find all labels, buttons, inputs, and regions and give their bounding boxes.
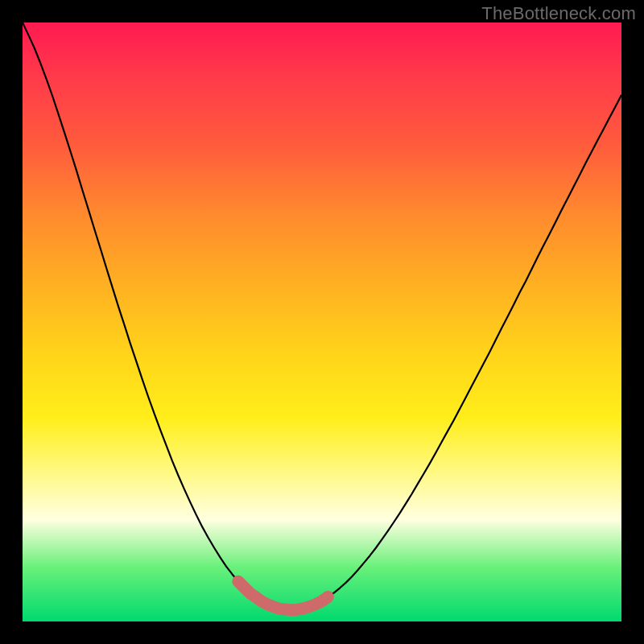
plot-area (23, 23, 621, 621)
notch-marker (238, 581, 328, 610)
watermark-label: TheBottleneck.com (481, 3, 636, 24)
chart-frame: TheBottleneck.com (0, 0, 644, 644)
chart-overlay (23, 23, 621, 621)
bottleneck-curve (23, 23, 621, 610)
